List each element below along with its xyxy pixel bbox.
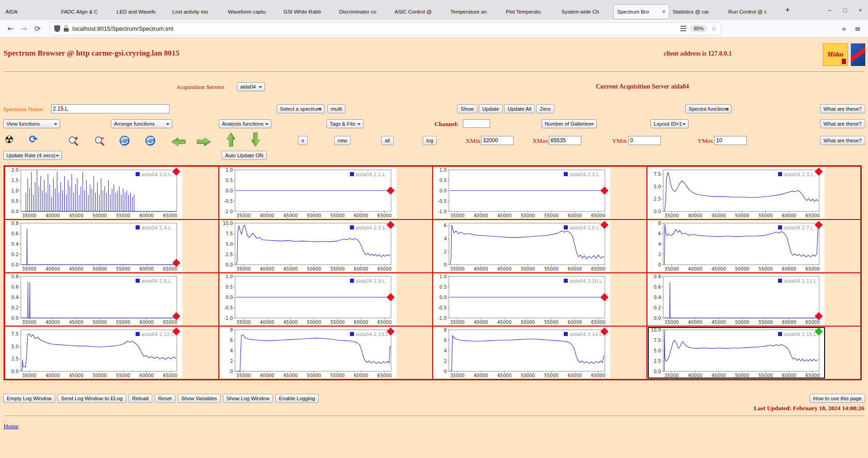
log-control-button[interactable]: Reset <box>155 394 175 403</box>
browser-tab[interactable]: Spectrum Bro× <box>614 5 669 19</box>
refresh-icon[interactable]: ⟳ <box>29 134 38 145</box>
shield-icon[interactable] <box>54 25 60 32</box>
reader-mode-icon[interactable] <box>680 26 686 31</box>
log-control-button[interactable]: Reload <box>128 394 152 403</box>
spectrum-chart[interactable]: 350004000045000500005500060000650000.02.… <box>6 327 182 378</box>
browser-tab[interactable]: Run Control @ c <box>725 5 780 19</box>
browser-tab[interactable]: System wide Ch <box>558 5 613 19</box>
window-close-button[interactable]: × <box>853 0 868 20</box>
x-scale-button[interactable]: x <box>298 136 308 145</box>
legend-label: aida04 2.11.L <box>784 278 816 284</box>
log-control-button[interactable]: Show Variables <box>178 394 221 403</box>
browser-tab[interactable]: FADC Align & C <box>58 5 113 19</box>
lock-icon[interactable] <box>64 25 69 32</box>
tags-fits-select[interactable]: Tags & Fits <box>326 119 363 128</box>
overflow-icon[interactable]: » <box>838 24 850 33</box>
update-button[interactable]: Update <box>479 104 503 113</box>
svg-text:60000: 60000 <box>568 213 582 218</box>
arrow-down-icon[interactable] <box>248 135 263 145</box>
browser-tab[interactable]: Waveform captu <box>225 5 279 19</box>
browser-tab[interactable]: Discriminator co <box>336 5 391 19</box>
bookmark-star-icon[interactable]: ☆ <box>711 25 717 32</box>
spectrum-chart[interactable]: 350004000045000500005500060000650000.00.… <box>6 274 182 325</box>
browser-tab[interactable]: AIDA <box>2 5 57 19</box>
window-minimize-button[interactable]: – <box>822 0 837 20</box>
all-button[interactable]: all <box>381 136 394 145</box>
browser-tab[interactable]: ASIC Control @ <box>392 5 446 19</box>
spectrum-chart[interactable]: 350004000045000500005500060000650000.00.… <box>6 168 182 218</box>
radiation-icon[interactable]: ☢ <box>5 134 14 145</box>
what-are-these-button-2[interactable]: What are these? <box>820 119 865 128</box>
spectrum-chart[interactable]: 3500040000450005000055000600006500002468… <box>220 327 396 378</box>
spectrum-chart[interactable]: 35000400004500050000550006000065000-1.0-… <box>220 274 396 325</box>
spectrum-chart[interactable]: 350004000045000500005500060000650000.02.… <box>648 168 825 218</box>
chart-cell: 35000400004500050000550006000065000-1.0-… <box>219 166 433 220</box>
fair-logo[interactable] <box>851 43 865 66</box>
log-button[interactable]: log <box>423 136 437 145</box>
new-button[interactable]: new <box>334 136 351 145</box>
xmin-input[interactable] <box>481 136 514 145</box>
multi-button[interactable]: multi <box>327 104 345 113</box>
layout-id-select[interactable]: Layout ID=1 <box>651 119 689 128</box>
tab-close-icon[interactable]: × <box>662 8 665 15</box>
gallery-contract-icon[interactable] <box>145 136 156 146</box>
log-control-button[interactable]: Send Log Window to ELog <box>57 394 126 403</box>
zero-button[interactable]: Zero <box>536 104 554 113</box>
gallery-expand-icon[interactable] <box>119 136 130 146</box>
spectrum-chart[interactable]: 35000400004500050000550006000065000-1.0-… <box>434 274 610 325</box>
browser-tab[interactable]: Lost activity mo <box>169 5 224 19</box>
log-control-button[interactable]: Empty Log Window <box>3 394 55 403</box>
home-link[interactable]: Home <box>4 423 19 430</box>
window-maximize-button[interactable]: □ <box>837 0 853 20</box>
auto-update-button[interactable]: Auto Update ON <box>222 151 267 160</box>
spectrum-chart[interactable]: 350004000045000500005500060000650000.00.… <box>648 274 825 325</box>
number-of-galleries-select[interactable]: Number of Galleries <box>542 119 597 128</box>
ymax-input[interactable] <box>714 136 747 145</box>
url-bar[interactable]: localhost:8015/Spectrum/Spectrum.tml 80%… <box>50 22 721 35</box>
how-to-use-button[interactable]: How to use this page <box>810 394 865 403</box>
analysis-functions-select[interactable]: Analysis functions <box>219 119 271 128</box>
spectrum-chart[interactable]: 350004000045000500005500060000650000.02.… <box>220 221 396 271</box>
spectrum-chart[interactable]: 3500040000450005000055000600006500002468… <box>648 221 825 271</box>
view-functions-select[interactable]: View functions <box>3 119 60 128</box>
reload-button[interactable]: ⟳ <box>32 24 43 33</box>
back-button[interactable]: ← <box>5 24 16 33</box>
spectrum-chart[interactable]: 3500040000450005000055000600006500002468… <box>434 327 610 378</box>
browser-tab[interactable]: Temperature an <box>447 5 502 19</box>
browser-tab[interactable]: Plot Temperatu <box>503 5 557 19</box>
what-are-these-button-1[interactable]: What are these? <box>820 104 865 113</box>
ymin-input[interactable] <box>628 136 661 145</box>
acquisition-server-select[interactable]: aida04 <box>237 82 265 91</box>
arrow-left-icon[interactable] <box>171 137 186 147</box>
spectrum-chart[interactable]: 350004000045000500005500060000650000.02.… <box>648 327 825 378</box>
spectrum-chart[interactable]: 35000400004500050000550006000065000-1.0-… <box>434 168 610 218</box>
log-control-button[interactable]: Enable Logging <box>275 394 319 403</box>
log-control-button[interactable]: Show Log Window <box>223 394 273 403</box>
show-button[interactable]: Show <box>457 104 477 113</box>
spectrum-chart[interactable]: 350004000045000500005500060000650000246a… <box>434 221 610 271</box>
browser-tab[interactable]: LED and Wavefo <box>113 5 168 19</box>
arrange-functions-select[interactable]: Arrange functions <box>111 119 172 128</box>
arrow-right-icon[interactable] <box>196 137 212 147</box>
update-rate-select[interactable]: Update Rate (4 secs) <box>3 151 62 160</box>
midas-logo[interactable]: Midas <box>823 43 848 66</box>
zoom-out-icon[interactable] <box>94 136 106 147</box>
what-are-these-button-3[interactable]: What are these? <box>820 136 865 145</box>
spectra-functions-select[interactable]: Spectra functions <box>685 104 731 113</box>
spectrum-chart[interactable]: 350004000045000500005500060000650000.00.… <box>6 221 182 271</box>
chart-cell: 350004000045000500005500060000650000.02.… <box>5 326 219 379</box>
xmax-input[interactable] <box>549 136 581 145</box>
zoom-level[interactable]: 80% <box>690 25 707 32</box>
channel-input[interactable] <box>463 119 490 128</box>
menu-icon[interactable]: ≡ <box>852 24 863 33</box>
select-a-spectrum-select[interactable]: Select a spectrum <box>277 104 325 113</box>
arrow-up-icon[interactable] <box>223 135 239 145</box>
forward-button[interactable]: → <box>18 24 30 33</box>
spectrum-name-input[interactable] <box>51 104 170 113</box>
browser-tab[interactable]: GSI White Rabb <box>280 5 335 19</box>
update-all-button[interactable]: Update All <box>504 104 535 113</box>
new-tab-button[interactable]: + <box>782 4 793 16</box>
browser-tab[interactable]: Statistics @ car <box>670 5 724 19</box>
zoom-in-icon[interactable] <box>68 136 80 147</box>
spectrum-chart[interactable]: 35000400004500050000550006000065000-1.0-… <box>220 168 396 218</box>
